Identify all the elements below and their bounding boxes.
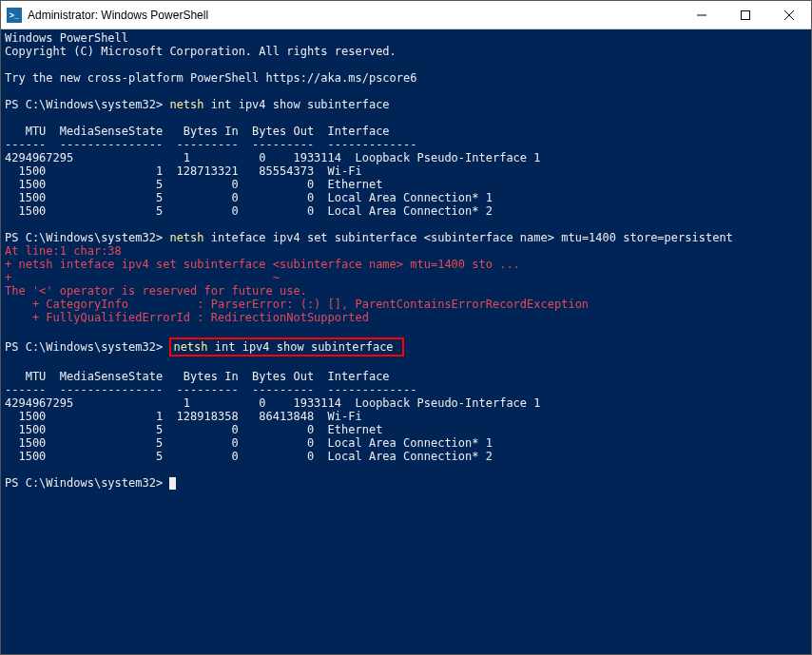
header-line: Windows PowerShell xyxy=(5,31,128,45)
minimize-icon xyxy=(697,10,706,20)
command-token: netsh xyxy=(169,98,203,111)
table-row: 1500 5 0 0 Local Area Connection* 2 xyxy=(5,204,493,218)
minimize-button[interactable] xyxy=(680,1,724,29)
close-icon xyxy=(784,10,794,20)
command-token: netsh xyxy=(169,231,203,244)
prompt: PS C:\Windows\system32> xyxy=(5,340,163,354)
highlighted-command: netsh int ipv4 show subinterface xyxy=(169,337,403,356)
table-row: 1500 5 0 0 Local Area Connection* 1 xyxy=(5,191,493,204)
titlebar[interactable]: >_ Administrator: Windows PowerShell xyxy=(1,1,811,29)
error-line: + FullyQualifiedErrorId : RedirectionNot… xyxy=(5,311,369,324)
table-header: MTU MediaSenseState Bytes In Bytes Out I… xyxy=(5,125,390,138)
table-row: 1500 1 128918358 86413848 Wi-Fi xyxy=(5,410,362,423)
command-args: inteface ipv4 set subinterface <subinter… xyxy=(204,231,733,244)
table-row: 4294967295 1 0 1933114 Loopback Pseudo-I… xyxy=(5,151,541,164)
command-token: netsh xyxy=(173,340,207,354)
prompt: PS C:\Windows\system32> xyxy=(5,231,163,244)
table-row: 1500 5 0 0 Local Area Connection* 1 xyxy=(5,436,493,450)
table-separator: ------ --------------- --------- -------… xyxy=(5,138,416,151)
table-row: 1500 5 0 0 Ethernet xyxy=(5,178,382,191)
table-row: 4294967295 1 0 1933114 Loopback Pseudo-I… xyxy=(5,396,541,410)
cursor xyxy=(169,477,176,490)
error-line: + netsh inteface ipv4 set subinterface <… xyxy=(5,258,520,271)
powershell-window: >_ Administrator: Windows PowerShell Win… xyxy=(0,0,812,655)
table-row: 1500 5 0 0 Ethernet xyxy=(5,423,382,436)
header-line: Copyright (C) Microsoft Corporation. All… xyxy=(5,45,396,58)
maximize-button[interactable] xyxy=(724,1,767,29)
svg-rect-0 xyxy=(742,10,750,19)
prompt: PS C:\Windows\system32> xyxy=(5,98,163,111)
command-args: int ipv4 show subinterface xyxy=(208,340,394,354)
error-line: The '<' operator is reserved for future … xyxy=(5,284,307,298)
header-line: Try the new cross-platform PowerShell ht… xyxy=(5,71,416,85)
command-args: int ipv4 show subinterface xyxy=(204,98,390,111)
table-separator: ------ --------------- --------- -------… xyxy=(5,383,416,396)
error-line: + ~ xyxy=(5,271,280,284)
maximize-icon xyxy=(741,10,750,20)
powershell-icon: >_ xyxy=(7,8,22,23)
terminal-output[interactable]: Windows PowerShell Copyright (C) Microso… xyxy=(1,29,811,654)
close-button[interactable] xyxy=(767,1,811,29)
table-row: 1500 1 128713321 85554373 Wi-Fi xyxy=(5,164,362,178)
error-line: At line:1 char:38 xyxy=(5,244,122,258)
error-line: + CategoryInfo : ParserError: (:) [], Pa… xyxy=(5,298,589,311)
prompt: PS C:\Windows\system32> xyxy=(5,476,163,490)
table-header: MTU MediaSenseState Bytes In Bytes Out I… xyxy=(5,370,390,383)
table-row: 1500 5 0 0 Local Area Connection* 2 xyxy=(5,450,493,463)
window-title: Administrator: Windows PowerShell xyxy=(28,9,208,22)
